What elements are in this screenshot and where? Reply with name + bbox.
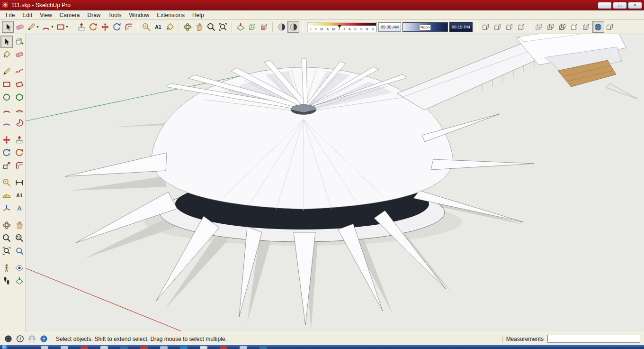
- taskbar-app-fragment[interactable]: [160, 346, 168, 349]
- taskbar-app-fragment[interactable]: [259, 346, 267, 349]
- orbit-tool-button[interactable]: [181, 21, 193, 33]
- pan-tool-button[interactable]: [193, 21, 205, 33]
- minimize-button[interactable]: −: [598, 2, 612, 9]
- eraser-tool-button[interactable]: [14, 21, 26, 33]
- rectangle-tool[interactable]: [0, 78, 13, 91]
- offset-tool-button[interactable]: [123, 21, 134, 33]
- protractor-tool[interactable]: [0, 189, 13, 202]
- menu-view[interactable]: View: [36, 11, 56, 19]
- follow-me-tool[interactable]: [13, 147, 26, 159]
- shadow-date-slider[interactable]: JFMAMJJASOND: [307, 22, 377, 32]
- polygon-tool[interactable]: [13, 91, 26, 103]
- model-viewport[interactable]: [26, 34, 644, 332]
- display-section-cuts-toggle-button[interactable]: [258, 21, 270, 33]
- shadows-toggle-button[interactable]: [287, 21, 299, 33]
- circle-tool[interactable]: [0, 91, 13, 103]
- dropdown-arrow-icon[interactable]: ▾: [36, 25, 39, 29]
- shadow-time-slider[interactable]: Noon: [402, 22, 448, 32]
- taskbar-app-fragment[interactable]: [180, 346, 188, 349]
- scale-tool[interactable]: [0, 159, 13, 172]
- help-icon[interactable]: ?: [39, 334, 48, 343]
- taskbar-app-fragment[interactable]: [240, 346, 247, 349]
- freehand-tool[interactable]: [13, 65, 26, 78]
- look-around-tool[interactable]: [13, 262, 26, 274]
- front-view-button[interactable]: [504, 21, 516, 33]
- style-wireframe-button[interactable]: [557, 21, 569, 33]
- eraser-tool[interactable]: [13, 48, 26, 61]
- arc-tool[interactable]: [0, 104, 13, 116]
- taskbar-app-fragment[interactable]: [200, 346, 207, 349]
- select-tool[interactable]: [0, 36, 13, 48]
- credits-icon[interactable]: i: [16, 334, 25, 343]
- offset-tool[interactable]: [13, 159, 26, 172]
- top-view-button[interactable]: [492, 21, 504, 33]
- three-point-arc-tool[interactable]: [0, 117, 13, 129]
- walk-tool[interactable]: [0, 275, 13, 287]
- zoom-window-tool[interactable]: [13, 232, 26, 244]
- pie-tool[interactable]: [13, 117, 26, 129]
- taskbar-app-fragment[interactable]: [220, 346, 227, 349]
- text-tool-button[interactable]: A1: [152, 21, 164, 33]
- zoom-tool-button[interactable]: [205, 21, 217, 33]
- dropdown-arrow-icon[interactable]: ▾: [51, 25, 54, 29]
- start-button-fragment[interactable]: [2, 345, 8, 349]
- zoom-extents-tool[interactable]: [0, 245, 13, 257]
- taskbar-app-fragment[interactable]: [61, 346, 68, 349]
- dimension-tool[interactable]: [13, 176, 26, 189]
- axes-tool[interactable]: [0, 202, 13, 214]
- shape-tools-button[interactable]: ▾: [55, 21, 70, 33]
- taskbar-app-fragment[interactable]: [100, 346, 108, 349]
- zoom-tool[interactable]: [0, 232, 13, 244]
- taskbar-app-fragment[interactable]: [80, 346, 88, 349]
- dropdown-arrow-icon[interactable]: ▾: [65, 25, 69, 29]
- style-x-ray-button[interactable]: [533, 21, 545, 33]
- position-camera-tool[interactable]: [0, 262, 13, 274]
- zoom-extents-tool-button[interactable]: [217, 21, 229, 33]
- move-tool-button[interactable]: [99, 21, 111, 33]
- menu-edit[interactable]: Edit: [18, 11, 36, 19]
- date-slider-handle[interactable]: [338, 25, 341, 28]
- orbit-tool[interactable]: [0, 219, 13, 231]
- iso-view-button[interactable]: [480, 21, 492, 33]
- maximize-button[interactable]: □: [613, 2, 627, 9]
- rotate-tool-button[interactable]: [111, 21, 123, 33]
- menu-draw[interactable]: Draw: [84, 11, 105, 19]
- menu-file[interactable]: File: [2, 11, 18, 19]
- menu-camera[interactable]: Camera: [56, 11, 84, 19]
- line-tool-button[interactable]: ▾: [26, 21, 40, 33]
- geo-location-icon[interactable]: [4, 334, 13, 343]
- previous-view-tool[interactable]: [13, 245, 26, 257]
- sign-in-icon[interactable]: [27, 334, 36, 343]
- tape-measure-tool-button[interactable]: [140, 21, 152, 33]
- push-pull-tool[interactable]: [13, 134, 26, 146]
- rotate-tool[interactable]: [0, 147, 13, 159]
- arc-tools-button[interactable]: ▾: [40, 21, 55, 33]
- style-hidden-line-button[interactable]: [569, 21, 581, 33]
- two-point-arc-tool[interactable]: [13, 104, 26, 116]
- paint-bucket-tool-button[interactable]: [164, 21, 176, 33]
- taskbar-app-fragment[interactable]: [120, 346, 128, 349]
- style-shaded-button[interactable]: [581, 21, 592, 33]
- paint-bucket-tool[interactable]: [0, 48, 13, 61]
- close-button[interactable]: ×: [628, 2, 642, 9]
- select-tool-button[interactable]: [2, 21, 14, 33]
- make-component-tool[interactable]: [13, 36, 26, 48]
- tape-measure-tool[interactable]: [0, 176, 13, 189]
- shadow-end-time-field[interactable]: 06:15 PM: [449, 22, 473, 32]
- display-section-planes-toggle-button[interactable]: [246, 21, 258, 33]
- right-view-button[interactable]: [516, 21, 528, 33]
- move-tool[interactable]: [0, 134, 13, 146]
- style-back-edges-button[interactable]: [545, 21, 557, 33]
- menu-window[interactable]: Window: [125, 11, 153, 19]
- taskbar-app-fragment[interactable]: [41, 346, 48, 349]
- section-plane-tool-button[interactable]: [234, 21, 246, 33]
- model-canvas[interactable]: [26, 34, 644, 332]
- shadow-start-time-field[interactable]: 05:35 AM: [378, 22, 401, 32]
- style-monochrome-button[interactable]: [604, 21, 616, 33]
- menu-help[interactable]: Help: [188, 11, 208, 19]
- 3d-text-tool[interactable]: A: [13, 202, 26, 214]
- taskbar-app-fragment[interactable]: [140, 346, 148, 349]
- pan-tool[interactable]: [13, 219, 26, 231]
- menu-extensions[interactable]: Extensions: [153, 11, 188, 19]
- style-shaded-with-textures-button[interactable]: [592, 21, 604, 33]
